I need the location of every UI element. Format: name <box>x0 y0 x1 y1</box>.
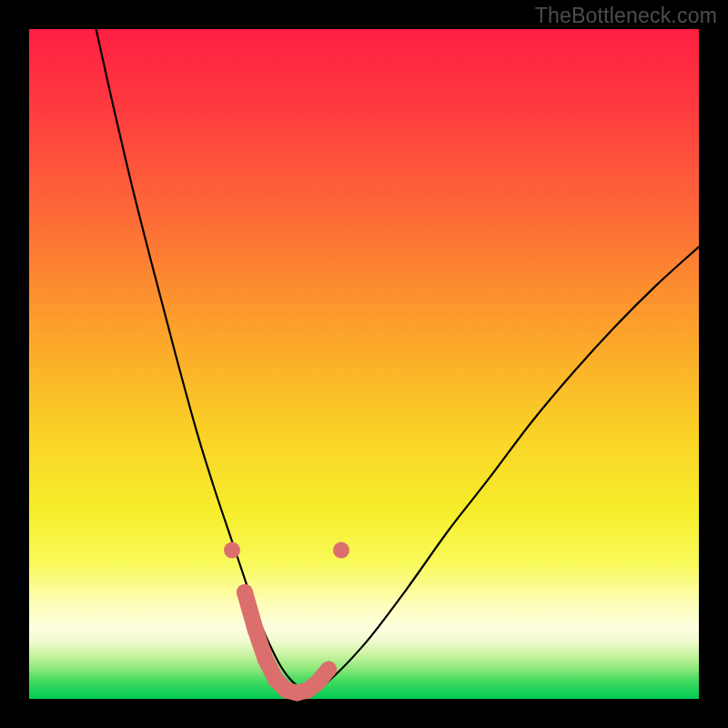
highlight-point <box>309 674 326 691</box>
watermark-text: TheBottleneck.com <box>535 4 717 28</box>
highlight-point <box>248 622 264 638</box>
highlight-point <box>237 584 253 601</box>
plot-gradient <box>29 29 699 699</box>
highlight-point <box>224 542 240 559</box>
highlight-point <box>320 662 337 678</box>
highlight-point <box>258 652 274 668</box>
highlight-point <box>333 542 349 559</box>
chart-stage: TheBottleneck.com <box>0 0 728 728</box>
bottleneck-chart <box>0 0 728 728</box>
